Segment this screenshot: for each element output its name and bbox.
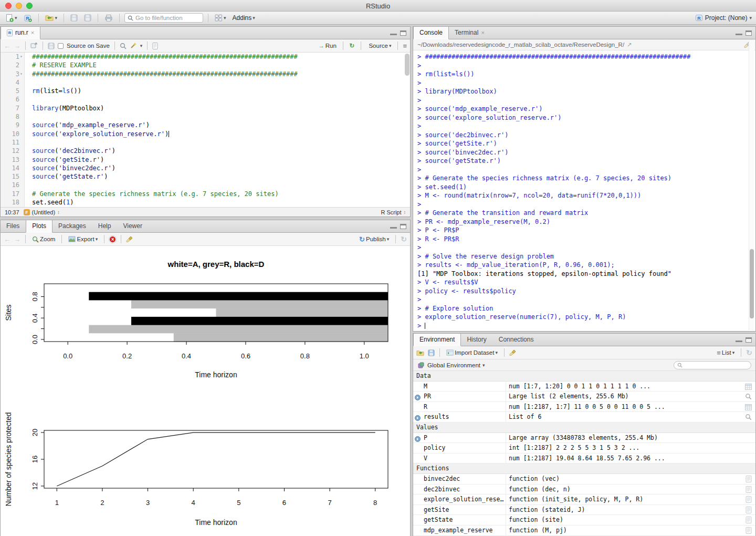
compile-report-icon[interactable] (152, 43, 158, 49)
minimize-pane-icon[interactable] (390, 224, 397, 229)
find-icon[interactable] (120, 43, 127, 49)
goto-directory-icon[interactable]: ↗ (627, 41, 632, 48)
fold-arrow-icon[interactable]: ▾ (20, 53, 23, 61)
tab-environment[interactable]: Environment (413, 334, 461, 346)
tab-history[interactable]: History (461, 334, 492, 346)
save-button[interactable] (69, 14, 79, 22)
environment-object-row[interactable]: policyint [1:2187] 2 2 2 5 5 3 1 5 3 2 .… (413, 443, 755, 453)
environment-object-row[interactable]: dec2binvecfunction (dec, n) (413, 485, 755, 495)
code-line[interactable]: 8 (1, 112, 410, 121)
document-jump-menu[interactable]: # (Untitled) ↕ (24, 209, 60, 215)
file-type-menu[interactable]: R Script ↕ (381, 209, 406, 215)
expand-object-icon[interactable] (415, 414, 421, 425)
inspect-object-icon[interactable] (745, 414, 752, 424)
new-file-button[interactable]: ▾ (4, 13, 19, 23)
export-plot-button[interactable]: Export ▾ (67, 235, 99, 243)
editor-scrollbar[interactable] (405, 54, 410, 76)
minimize-pane-icon[interactable] (390, 30, 397, 35)
save-all-button[interactable] (82, 14, 93, 22)
source-button[interactable]: Source ▾ (366, 42, 393, 49)
code-tools-caret-icon[interactable]: ▾ (140, 43, 143, 48)
save-workspace-icon[interactable] (428, 349, 435, 356)
back-icon[interactable]: ← (4, 42, 10, 50)
maximize-pane-icon[interactable] (400, 224, 406, 229)
list-view-button[interactable]: ≡ List ▾ (715, 348, 736, 357)
code-line[interactable]: 15source('getState.r') (1, 172, 410, 181)
save-icon[interactable] (48, 43, 55, 49)
project-menu-button[interactable]: R Project: (None) ▾ (695, 14, 752, 22)
environment-object-row[interactable]: Mnum [1:7, 1:20] 0 0 1 1 0 1 1 1 1 0 ... (413, 382, 755, 392)
tab-connections[interactable]: Connections (493, 334, 540, 346)
close-tab-icon[interactable]: × (31, 27, 34, 39)
environment-object-row[interactable]: Vnum [1:2187] 19.04 8.64 18.55 7.65 2.96… (413, 453, 755, 464)
code-line[interactable]: 11 (1, 138, 410, 147)
environment-object-row[interactable]: getSitefunction (stateid, J) (413, 505, 755, 516)
tab-terminal[interactable]: Terminal× (449, 27, 491, 39)
tab-viewer[interactable]: Viewer (117, 220, 148, 232)
code-line[interactable]: 16 (1, 181, 410, 189)
tab-console[interactable]: Console (413, 27, 449, 39)
publish-button[interactable]: ↻ Publish ▾ (358, 235, 391, 244)
environment-search-input[interactable] (674, 361, 751, 369)
environment-object-row[interactable]: PLarge array (33480783 elements, 255.4 M… (413, 433, 755, 444)
code-line[interactable]: 9source('mdp_example_reserve.r') (1, 121, 410, 129)
minimize-pane-icon[interactable] (736, 30, 742, 35)
environment-scope-menu[interactable]: Global Environment ▾ (427, 362, 485, 368)
run-button[interactable]: → Run (317, 42, 338, 49)
goto-file-function-input[interactable]: Go to file/function (124, 13, 203, 23)
next-plot-icon[interactable]: → (14, 235, 20, 243)
code-line[interactable]: 12source('dec2binvec.r') (1, 147, 410, 155)
zoom-plot-button[interactable]: Zoom (30, 235, 57, 243)
new-project-button[interactable]: R (22, 14, 34, 23)
code-line[interactable]: 19M <- round(matrix(nrow=7, ncol=20, dat… (1, 207, 410, 207)
maximize-pane-icon[interactable] (746, 30, 752, 36)
open-in-new-window-icon[interactable] (30, 43, 38, 49)
environment-object-row[interactable]: mdp_example_reservefunction (M, pj) (413, 525, 755, 536)
code-line[interactable]: 10source('explore_solution_reserve.r') (1, 130, 410, 138)
environment-object-row[interactable]: getStatefunction (site) (413, 515, 755, 525)
code-editor[interactable]: 1▾######################################… (1, 53, 410, 207)
clear-all-plots-broom-icon[interactable] (126, 236, 133, 243)
environment-object-row[interactable]: Rnum [1:2187, 1:7] 11 0 0 5 0 0 11 0 0 5… (413, 402, 755, 413)
console-scrollbar[interactable] (749, 40, 754, 330)
environment-object-row[interactable]: PRLarge list (2 elements, 255.6 Mb) (413, 391, 755, 402)
rerun-button[interactable]: ↻ (348, 42, 356, 50)
tab-packages[interactable]: Packages (52, 220, 92, 232)
environment-object-row[interactable]: resultsList of 6 (413, 412, 755, 422)
document-outline-icon[interactable]: ≡ (403, 42, 407, 50)
code-tools-wand-icon[interactable] (130, 42, 137, 49)
console-output[interactable]: > ######################################… (413, 50, 755, 331)
open-file-button[interactable]: ▾ (44, 14, 59, 22)
tab-help[interactable]: Help (92, 220, 118, 232)
refresh-environment-icon[interactable]: ↻ (746, 348, 752, 357)
tab-run-r[interactable]: R run.r × (1, 27, 40, 39)
fold-arrow-icon[interactable]: ▾ (20, 70, 23, 78)
addins-button[interactable]: Addins ▾ (231, 14, 257, 22)
remove-plot-button[interactable]: × (109, 236, 116, 243)
tab-files[interactable]: Files (1, 220, 26, 232)
code-line[interactable]: 3▾######################################… (1, 70, 410, 78)
maximize-pane-icon[interactable] (746, 337, 752, 343)
code-line[interactable]: 2# RESERVE EXAMPLE (1, 61, 410, 69)
code-line[interactable]: 6 (1, 95, 410, 104)
code-line[interactable]: 5rm(list=ls()) (1, 87, 410, 95)
code-line[interactable]: 17# Generate the species richness matrix… (1, 190, 410, 198)
print-button[interactable] (103, 14, 114, 22)
close-tab-icon[interactable]: × (481, 27, 484, 39)
pane-layout-button[interactable]: ▾ (213, 14, 228, 22)
view-function-icon[interactable] (746, 527, 752, 536)
source-on-save-checkbox[interactable] (58, 43, 64, 49)
tab-plots[interactable]: Plots (26, 220, 52, 233)
forward-icon[interactable]: → (14, 42, 20, 50)
load-workspace-folder-icon[interactable] (416, 349, 425, 356)
code-line[interactable]: 18set.seed(1) (1, 198, 410, 207)
clear-environment-broom-icon[interactable] (509, 349, 517, 356)
minimize-pane-icon[interactable] (736, 337, 742, 342)
code-line[interactable]: 4 (1, 78, 410, 87)
import-dataset-button[interactable]: Import Dataset ▾ (445, 349, 499, 356)
code-line[interactable]: 13source('getSite.r') (1, 156, 410, 164)
console-scrollbar-thumb[interactable] (750, 249, 754, 318)
previous-plot-icon[interactable]: ← (4, 235, 10, 243)
code-line[interactable]: 14source('binvec2dec.r') (1, 164, 410, 172)
code-line[interactable]: 7library(MDPtoolbox) (1, 104, 410, 112)
